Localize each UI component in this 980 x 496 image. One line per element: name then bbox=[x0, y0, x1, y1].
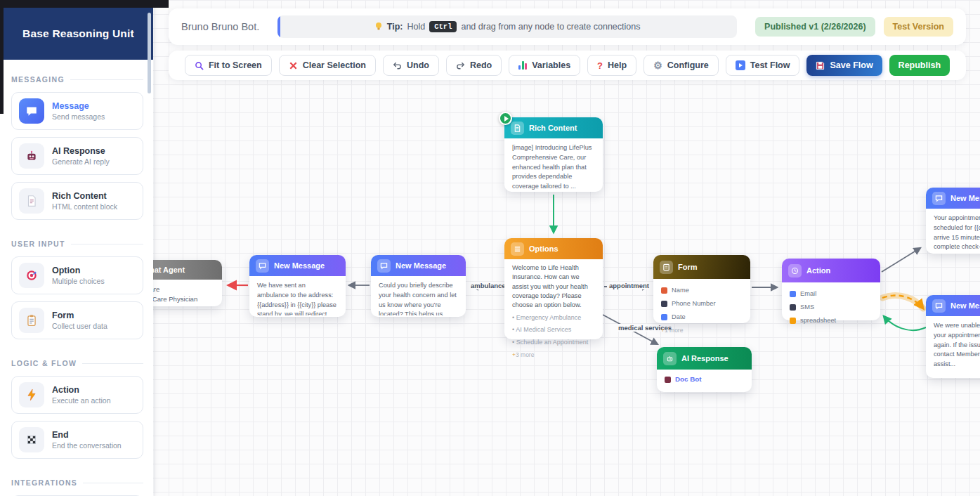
test-version-badge: Test Version bbox=[884, 17, 953, 37]
section-integrations: INTEGRATIONS bbox=[11, 478, 143, 487]
help-button[interactable]: ? Help bbox=[587, 55, 636, 76]
node-ai-response[interactable]: AI Response Doc Bot bbox=[657, 347, 752, 392]
msg-line: scheduled for {{date bbox=[934, 223, 980, 233]
ctrl-key-chip: Ctrl bbox=[429, 21, 457, 32]
configure-button[interactable]: ⚙ Configure bbox=[643, 55, 719, 76]
calendar-icon bbox=[661, 314, 667, 320]
chat-bubble-icon bbox=[256, 259, 269, 273]
msg-line: arrive 15 minutes e bbox=[934, 233, 980, 243]
node-new-message-ambulance[interactable]: New Message We have sent an ambulance to… bbox=[249, 255, 346, 317]
top-bar: Bruno Bruno Bot. Tip: Hold Ctrl and drag… bbox=[169, 8, 966, 45]
node-title: Options bbox=[529, 244, 558, 253]
phone-icon bbox=[661, 301, 667, 307]
node-title: AI Response bbox=[681, 354, 729, 363]
form-field: Phone Number bbox=[672, 299, 716, 309]
pen-icon bbox=[661, 287, 667, 294]
play-badge-icon[interactable] bbox=[499, 112, 512, 125]
bot-name: Bruno Bruno Bot. bbox=[181, 21, 259, 32]
node-action[interactable]: Action Email SMS spreadsheet bbox=[782, 259, 880, 320]
sidebar-scrollbar[interactable] bbox=[148, 13, 151, 93]
save-flow-button[interactable]: Save Flow bbox=[806, 55, 882, 76]
robot-icon bbox=[19, 143, 44, 169]
msg-line: your appointment a bbox=[934, 331, 980, 341]
tip-post: and drag from any node to create connect… bbox=[461, 22, 640, 32]
action-field: Email bbox=[800, 289, 816, 299]
tip-accent-bar bbox=[277, 15, 280, 38]
node-title: New Message bbox=[950, 194, 980, 202]
undo-button[interactable]: Undo bbox=[383, 55, 439, 76]
edge-action-to-appointment bbox=[882, 248, 920, 272]
bot-link[interactable]: Doc Bot bbox=[675, 374, 702, 385]
option-choice: Schedule an Appointment bbox=[512, 338, 595, 348]
node-body-text: [image] Introducing LifePlus Comprehensi… bbox=[504, 138, 603, 190]
robot-icon bbox=[663, 352, 677, 365]
node-new-message-appointment[interactable]: New Message Your appointment is schedule… bbox=[926, 188, 980, 254]
node-body-text: We have sent an ambulance to the address… bbox=[249, 276, 346, 315]
form-field: Date bbox=[672, 313, 686, 322]
form-icon bbox=[660, 261, 673, 274]
play-icon bbox=[736, 60, 745, 70]
sidebar-item-form[interactable]: FormCollect user data bbox=[11, 301, 143, 339]
more-count: 1 more bbox=[661, 326, 743, 335]
node-new-message-describe[interactable]: New Message Could you briefly describe y… bbox=[371, 255, 466, 317]
bulb-icon bbox=[374, 22, 383, 32]
sidebar-item-message[interactable]: MessageSend messages bbox=[11, 92, 143, 130]
redo-button[interactable]: Redo bbox=[446, 55, 502, 76]
sidebar-scroll-area[interactable]: MESSAGING MessageSend messages AI Respon… bbox=[0, 60, 153, 496]
sidebar-item-action[interactable]: ActionExecute an action bbox=[11, 376, 143, 414]
test-flow-button[interactable]: Test Flow bbox=[726, 55, 800, 76]
node-title: New Message bbox=[274, 261, 325, 270]
msg-line: assist... bbox=[934, 360, 980, 370]
section-logic-flow: LOGIC & FLOW bbox=[11, 359, 143, 367]
target-icon bbox=[19, 263, 44, 288]
sidebar-item-rich-content[interactable]: Rich ContentHTML content block bbox=[11, 182, 143, 220]
option-choice: Emergency Ambulance bbox=[512, 313, 595, 323]
magnifier-icon bbox=[195, 61, 204, 70]
fit-to-screen-button[interactable]: Fit to Screen bbox=[185, 55, 272, 76]
edge-label-ambulance: ambulance bbox=[469, 282, 508, 289]
node-options[interactable]: Options Welcome to Life Health Insurance… bbox=[504, 238, 603, 339]
save-icon bbox=[816, 61, 825, 70]
msg-line: complete check-in... bbox=[934, 242, 980, 252]
clear-selection-button[interactable]: Clear Selection bbox=[279, 55, 376, 76]
redo-icon bbox=[456, 61, 465, 70]
bar-chart-icon bbox=[518, 61, 527, 70]
node-title: New Message bbox=[950, 301, 980, 310]
sidebar-item-ai-response[interactable]: AI ResponseGenerate AI reply bbox=[11, 137, 143, 175]
node-title: New Message bbox=[396, 261, 446, 270]
undo-icon bbox=[393, 61, 402, 70]
action-field: SMS bbox=[800, 303, 814, 313]
node-title: Form bbox=[678, 263, 698, 271]
tip-label: Tip: bbox=[387, 22, 403, 32]
chat-bubble-icon bbox=[932, 299, 946, 313]
more-count: 3 more bbox=[512, 351, 595, 360]
x-icon bbox=[289, 61, 298, 70]
edge-action-to-unable bbox=[882, 296, 923, 308]
republish-button[interactable]: Republish bbox=[889, 55, 950, 76]
flash-icon bbox=[790, 318, 796, 324]
msg-line: contact Member Se bbox=[934, 350, 980, 360]
sidebar: Base Reasoning Unit MESSAGING MessageSen… bbox=[0, 0, 153, 496]
msg-line: again. If the issue p bbox=[934, 341, 980, 351]
node-rich-content[interactable]: Rich Content [image] Introducing LifePlu… bbox=[504, 117, 603, 192]
document-icon bbox=[511, 122, 524, 135]
chat-bubble-icon bbox=[932, 192, 946, 205]
node-new-message-unable[interactable]: New Message We were unable to s your app… bbox=[926, 295, 980, 378]
toolbar: Fit to Screen Clear Selection Undo Redo … bbox=[169, 51, 966, 80]
node-title: Action bbox=[806, 266, 830, 275]
document-icon bbox=[19, 188, 44, 214]
flash-icon bbox=[19, 382, 44, 407]
node-form[interactable]: Form Name Phone Number Date 1 more bbox=[653, 255, 750, 323]
tip-box: Tip: Hold Ctrl and drag from any node to… bbox=[277, 15, 737, 38]
sidebar-item-option[interactable]: OptionMultiple choices bbox=[11, 256, 143, 294]
clipboard-icon bbox=[19, 308, 44, 333]
robot-icon bbox=[665, 377, 671, 383]
msg-line: We were unable to s bbox=[934, 321, 980, 331]
sidebar-item-end[interactable]: EndEnd the conversation bbox=[11, 421, 143, 459]
variables-button[interactable]: Variables bbox=[509, 55, 580, 76]
edge-label-appointment: appointment bbox=[607, 282, 651, 289]
gear-icon: ⚙ bbox=[653, 60, 662, 71]
email-icon bbox=[790, 291, 796, 297]
tip-pre: Hold bbox=[407, 22, 426, 32]
option-choice: AI Medical Services bbox=[512, 325, 595, 335]
